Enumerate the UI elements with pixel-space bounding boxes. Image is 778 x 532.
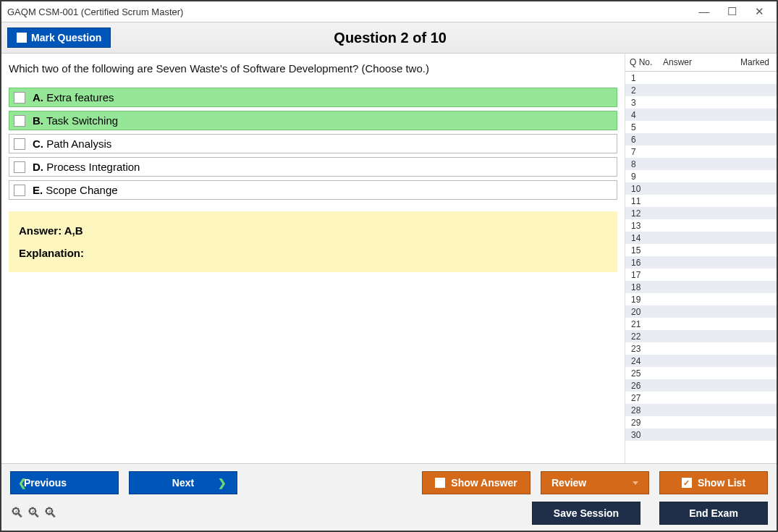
list-item[interactable]: 19	[625, 293, 777, 305]
row-qno: 14	[625, 233, 659, 243]
show-list-button[interactable]: ✓ Show List	[659, 471, 768, 494]
row-qno: 8	[625, 159, 659, 169]
list-item[interactable]: 14	[625, 232, 777, 244]
app-window: GAQM CSM-001 (Certified Scrum Master) — …	[0, 0, 778, 532]
list-item[interactable]: 4	[625, 109, 777, 121]
row-qno: 13	[625, 221, 659, 231]
option-text: Path Analysis	[46, 138, 111, 150]
row-qno: 4	[625, 110, 659, 120]
header-bar: Mark Question Question 2 of 10	[1, 22, 777, 54]
option-checkbox[interactable]	[14, 115, 25, 127]
row-qno: 22	[625, 332, 659, 342]
option-text: Scope Change	[46, 184, 117, 196]
zoom-reset-icon[interactable]: 🔍︎	[10, 505, 24, 521]
list-item[interactable]: 12	[625, 207, 777, 219]
chevron-down-icon	[633, 481, 638, 485]
option-row[interactable]: C. Path Analysis	[9, 134, 617, 153]
row-qno: 27	[625, 393, 659, 403]
row-qno: 26	[625, 381, 659, 391]
list-item[interactable]: 25	[625, 367, 777, 379]
option-checkbox[interactable]	[14, 138, 25, 150]
option-checkbox[interactable]	[14, 92, 25, 104]
col-marked: Marked	[733, 54, 777, 71]
list-item[interactable]: 11	[625, 195, 777, 207]
end-exam-button[interactable]: End Exam	[659, 502, 768, 525]
col-qno: Q No.	[625, 54, 659, 71]
option-letter: A.	[33, 91, 43, 104]
question-list-panel: Q No. Answer Marked 12345678910111213141…	[625, 54, 777, 463]
list-item[interactable]: 15	[625, 244, 777, 256]
list-item[interactable]: 21	[625, 318, 777, 330]
question-panel: Which two of the following are Seven Was…	[1, 54, 625, 463]
minimize-icon[interactable]: —	[697, 5, 711, 18]
list-item[interactable]: 16	[625, 256, 777, 269]
next-button[interactable]: Next ❯	[129, 471, 237, 494]
list-item[interactable]: 7	[625, 145, 777, 158]
list-item[interactable]: 9	[625, 170, 777, 182]
option-checkbox[interactable]	[14, 161, 25, 173]
row-qno: 21	[625, 319, 659, 329]
option-row[interactable]: D. Process Integration	[9, 157, 617, 177]
list-item[interactable]: 1	[625, 72, 777, 84]
close-icon[interactable]: ✕	[752, 5, 766, 18]
col-answer: Answer	[659, 54, 733, 71]
save-session-button[interactable]: Save Session	[532, 502, 640, 525]
list-item[interactable]: 3	[625, 96, 777, 109]
footer-buttons-row: ❮ Previous Next ❯ Show Answer Review ✓ S…	[10, 471, 768, 494]
row-qno: 11	[625, 196, 659, 206]
list-item[interactable]: 5	[625, 121, 777, 133]
option-row[interactable]: B. Task Switching	[9, 111, 617, 130]
option-letter: E.	[33, 184, 43, 196]
option-letter: D.	[33, 161, 43, 173]
row-qno: 24	[625, 356, 659, 366]
checkmark-icon: ✓	[682, 478, 692, 488]
list-item[interactable]: 8	[625, 158, 777, 170]
checkbox-icon	[17, 33, 27, 43]
zoom-in-icon[interactable]: 🔍︎	[27, 505, 41, 521]
list-item[interactable]: 20	[625, 305, 777, 318]
row-qno: 7	[625, 147, 659, 157]
row-qno: 2	[625, 85, 659, 96]
list-item[interactable]: 18	[625, 281, 777, 293]
maximize-icon[interactable]: ☐	[724, 5, 739, 18]
option-letter: C.	[33, 138, 43, 150]
main-area: Which two of the following are Seven Was…	[1, 54, 777, 463]
option-row[interactable]: E. Scope Change	[9, 180, 617, 200]
list-item[interactable]: 29	[625, 416, 777, 428]
option-letter: B.	[33, 114, 43, 127]
show-answer-label: Show Answer	[451, 477, 517, 489]
mark-question-button[interactable]: Mark Question	[7, 28, 111, 48]
previous-button[interactable]: ❮ Previous	[10, 471, 119, 494]
list-item[interactable]: 13	[625, 219, 777, 232]
question-list[interactable]: 1234567891011121314151617181920212223242…	[625, 72, 777, 463]
option-text: Extra features	[46, 91, 114, 104]
review-button[interactable]: Review	[541, 471, 649, 494]
chevron-right-icon: ❯	[218, 477, 227, 489]
footer: ❮ Previous Next ❯ Show Answer Review ✓ S…	[1, 463, 777, 531]
row-qno: 3	[625, 98, 659, 108]
zoom-out-icon[interactable]: 🔍︎	[43, 505, 57, 521]
row-qno: 1	[625, 73, 659, 83]
option-checkbox[interactable]	[14, 185, 25, 196]
list-item[interactable]: 23	[625, 342, 777, 355]
list-item[interactable]: 27	[625, 392, 777, 404]
titlebar: GAQM CSM-001 (Certified Scrum Master) — …	[1, 1, 777, 22]
row-qno: 9	[625, 172, 659, 182]
list-item[interactable]: 2	[625, 84, 777, 96]
list-item[interactable]: 28	[625, 404, 777, 416]
list-item[interactable]: 10	[625, 182, 777, 195]
show-answer-button[interactable]: Show Answer	[422, 471, 530, 494]
list-item[interactable]: 22	[625, 330, 777, 342]
option-row[interactable]: A. Extra features	[9, 88, 617, 107]
list-item[interactable]: 24	[625, 355, 777, 367]
options-list: A. Extra featuresB. Task SwitchingC. Pat…	[9, 88, 617, 200]
end-exam-label: End Exam	[689, 507, 738, 519]
checkbox-icon	[435, 478, 445, 488]
list-item[interactable]: 30	[625, 428, 777, 441]
row-qno: 28	[625, 405, 659, 415]
previous-label: Previous	[24, 477, 67, 489]
list-item[interactable]: 6	[625, 133, 777, 145]
row-qno: 17	[625, 270, 659, 280]
list-item[interactable]: 26	[625, 379, 777, 392]
list-item[interactable]: 17	[625, 269, 777, 281]
